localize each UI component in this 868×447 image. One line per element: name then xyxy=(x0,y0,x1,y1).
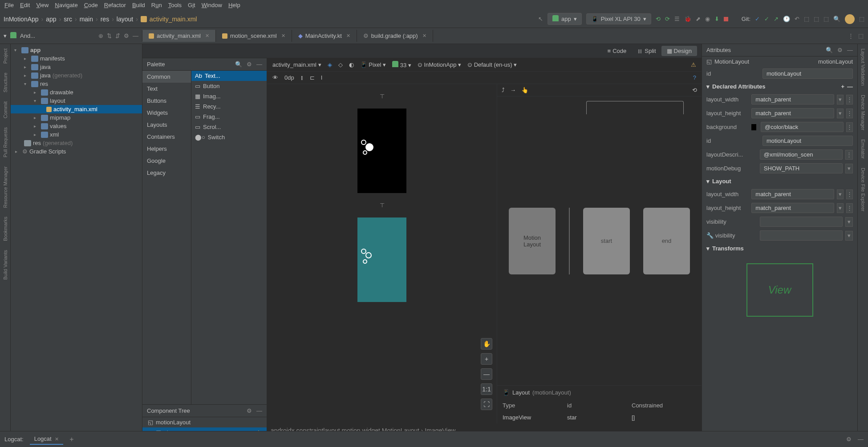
sidebar-device-manager[interactable]: Device Manager xyxy=(860,95,866,130)
minimize-icon[interactable]: — xyxy=(847,47,853,53)
pal-cat-buttons[interactable]: Buttons xyxy=(142,95,191,107)
pal-item-image[interactable]: ▦Imag... xyxy=(191,91,267,101)
pal-cat-layouts[interactable]: Layouts xyxy=(142,119,191,131)
attr-ld-input[interactable] xyxy=(760,149,843,160)
start-state-box[interactable]: start xyxy=(583,208,630,274)
gear-icon[interactable]: ⚙ xyxy=(247,407,252,414)
viewport-icon[interactable]: ◇ xyxy=(338,61,343,68)
close-icon[interactable]: ✕ xyxy=(205,33,209,39)
tree-app[interactable]: ▾app xyxy=(11,46,142,54)
transition-line[interactable] xyxy=(586,101,684,114)
attr-id-input[interactable] xyxy=(763,68,853,79)
menu-help[interactable]: Help xyxy=(228,2,240,8)
search-icon[interactable]: 🔍 xyxy=(826,47,833,53)
menu-navigate[interactable]: Navigate xyxy=(55,2,77,8)
blueprint-preview[interactable] xyxy=(357,217,406,302)
gear-icon[interactable]: ⚙ xyxy=(846,436,852,443)
gear-icon[interactable]: ⚙ xyxy=(247,61,252,68)
remove-icon[interactable]: — xyxy=(847,83,853,90)
tree-values[interactable]: ▸values xyxy=(11,122,142,130)
breadcrumb-src[interactable]: src xyxy=(64,16,72,23)
tree-mipmap[interactable]: ▸mipmap xyxy=(11,113,142,122)
menu-tools[interactable]: Tools xyxy=(168,2,182,8)
zoom-fit-button[interactable]: ⛶ xyxy=(481,399,492,410)
pal-item-fragment[interactable]: ▭Frag... xyxy=(191,112,267,122)
attr-vis2-input[interactable] xyxy=(760,230,843,241)
search-icon[interactable]: 🔍 xyxy=(235,61,242,68)
pal-cat-common[interactable]: Common xyxy=(142,71,191,83)
section-transforms[interactable]: ▾Transforms xyxy=(702,242,857,254)
sidebar-emulator[interactable]: Emulator xyxy=(860,139,866,159)
cycle-icon[interactable]: ⟲ xyxy=(692,87,697,93)
git-commit-icon[interactable]: ✓ xyxy=(764,16,769,22)
device-dropdown[interactable]: 📱 Pixel XL API 30 ▾ xyxy=(586,13,651,24)
git-update-icon[interactable]: ✓ xyxy=(755,16,760,22)
pal-cat-google[interactable]: Google xyxy=(142,155,191,167)
pal-cat-helpers[interactable]: Helpers xyxy=(142,143,191,155)
design-preview[interactable] xyxy=(357,109,406,193)
sidebar-build-variants[interactable]: Build Variants xyxy=(3,250,8,280)
help-icon[interactable]: ? xyxy=(693,74,696,81)
pal-cat-widgets[interactable]: Widgets xyxy=(142,107,191,119)
close-icon[interactable]: ✕ xyxy=(346,33,350,39)
git-push-icon[interactable]: ↗ xyxy=(774,16,779,22)
tree-gradle[interactable]: ▸⚙Gradle Scripts xyxy=(11,147,142,156)
tree-res[interactable]: ▾res xyxy=(11,80,142,88)
menu-view[interactable]: View xyxy=(36,2,49,8)
tab-main-activity[interactable]: ◆ MainActivity.kt ✕ xyxy=(292,30,357,42)
pal-item-switch[interactable]: ⬤○Switch xyxy=(191,132,267,142)
menu-refactor[interactable]: Refactor xyxy=(104,2,126,8)
minimize-icon[interactable]: — xyxy=(133,32,138,39)
more-icon[interactable]: ⋮ xyxy=(848,32,854,39)
sidebar-resource-manager[interactable]: Resource Manager xyxy=(3,166,8,208)
close-icon[interactable]: ✕ xyxy=(281,33,285,39)
tree-activity-main[interactable]: activity_main.xml xyxy=(11,105,142,113)
picker-icon[interactable]: ⋮ xyxy=(846,203,853,213)
margin-dropdown[interactable]: 0dp xyxy=(284,74,294,81)
sidebar-bookmarks[interactable]: Bookmarks xyxy=(3,217,8,241)
pal-item-recycler[interactable]: ☰Recy... xyxy=(191,101,267,112)
tool1-icon[interactable]: ⬚ xyxy=(804,16,809,22)
coverage-icon[interactable]: ◉ xyxy=(705,16,710,22)
tab-activity-main[interactable]: activity_main.xml ✕ xyxy=(142,30,216,42)
add-icon[interactable]: + xyxy=(841,83,844,90)
attr-vis-input[interactable] xyxy=(760,217,843,227)
visibility-icon[interactable]: 👁 xyxy=(272,74,278,81)
menu-build[interactable]: Build xyxy=(132,2,145,8)
pal-cat-containers[interactable]: Containers xyxy=(142,131,191,143)
minimize-icon[interactable]: — xyxy=(256,61,262,68)
section-layout[interactable]: ▾Layout xyxy=(702,175,857,187)
tree-java[interactable]: ▸java xyxy=(11,63,142,71)
collapse-icon[interactable]: ⇵ xyxy=(115,32,120,39)
tree-xml[interactable]: ▸xml xyxy=(11,130,142,139)
target-icon[interactable]: ⊕ xyxy=(98,32,103,39)
debug-icon[interactable]: 🐞 xyxy=(684,16,691,22)
attr-lw-input[interactable] xyxy=(751,94,834,105)
theme-icon[interactable]: ◐ xyxy=(349,61,354,68)
tab-motion-scene[interactable]: motion_scene.xml ✕ xyxy=(216,30,292,42)
pan-button[interactable]: ✋ xyxy=(481,338,492,350)
breadcrumb-res[interactable]: res xyxy=(101,16,109,23)
stop-button[interactable] xyxy=(724,17,728,21)
sync-icon[interactable]: ⟲ xyxy=(656,16,661,22)
sidebar-project[interactable]: Project xyxy=(3,48,8,64)
view-design-button[interactable]: ▦Design xyxy=(661,46,697,56)
dropdown-icon[interactable]: ▾ xyxy=(837,189,844,199)
motion-layout-box[interactable]: Motion Layout xyxy=(509,208,556,274)
file-dropdown[interactable]: activity_main.xml ▾ xyxy=(272,61,321,68)
attr-lw2-input[interactable] xyxy=(751,189,834,199)
breadcrumb-layout[interactable]: layout xyxy=(117,16,133,23)
attr-id2-input[interactable] xyxy=(763,136,853,146)
tree-drawable[interactable]: ▸drawable xyxy=(11,88,142,97)
view-code-button[interactable]: ≡Code xyxy=(602,46,632,56)
sidebar-commit[interactable]: Commit xyxy=(3,101,8,118)
warning-icon[interactable]: ⚠ xyxy=(691,61,696,68)
gear-icon[interactable]: ⚙ xyxy=(837,47,843,53)
run-config-dropdown[interactable]: app ▾ xyxy=(548,13,582,25)
minimize-icon[interactable]: — xyxy=(858,436,864,443)
add-tab-button[interactable]: + xyxy=(69,435,73,443)
profile-icon[interactable]: ⬈ xyxy=(696,16,701,22)
tab-build-gradle[interactable]: ⚙ build.gradle (:app) ✕ xyxy=(357,30,433,42)
menu-window[interactable]: Window xyxy=(202,2,222,8)
api-dropdown[interactable]: 33 ▾ xyxy=(392,61,411,68)
